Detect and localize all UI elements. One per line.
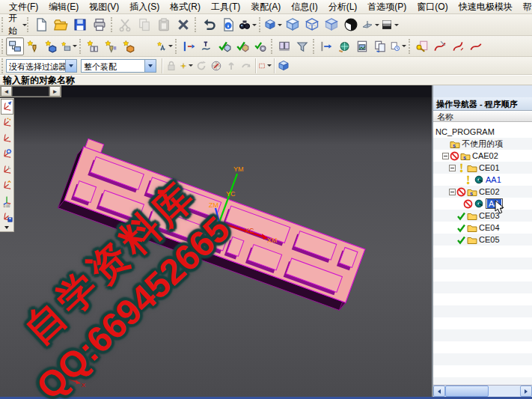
new-file-button[interactable] xyxy=(31,15,51,34)
snap-point-button[interactable] xyxy=(179,58,194,73)
tree-expand-toggle[interactable] xyxy=(442,153,449,159)
find-button[interactable] xyxy=(238,15,257,34)
tree-row-aa1[interactable]: AA1 xyxy=(433,174,532,186)
wcs-orient-button[interactable] xyxy=(1,162,13,177)
machine-tool-view-button[interactable] xyxy=(42,37,60,55)
menu-item-12[interactable]: 帮助(H) xyxy=(518,0,532,14)
navigator-scroll-thumb[interactable] xyxy=(445,386,489,397)
program-order-view-button[interactable] xyxy=(24,37,42,55)
toolbar-grip[interactable] xyxy=(175,39,177,54)
selection-scope-select[interactable]: 整个装配 xyxy=(81,59,156,73)
copy-doc-button[interactable] xyxy=(371,37,389,55)
toolpath-ruler-button[interactable] xyxy=(317,37,335,55)
tree-expand-toggle[interactable] xyxy=(449,189,456,195)
menu-item-5[interactable]: 工具(T) xyxy=(206,0,245,14)
open-file-button[interactable] xyxy=(51,15,70,34)
dropdown-caret[interactable] xyxy=(252,24,257,26)
toolbar-grip[interactable] xyxy=(27,17,29,32)
create-tool-button[interactable] xyxy=(102,37,120,55)
extend-curve-button[interactable] xyxy=(467,37,485,55)
wcs-triad-button[interactable] xyxy=(1,130,13,146)
menu-item-9[interactable]: 首选项(P) xyxy=(362,0,412,14)
dropdown-caret[interactable] xyxy=(267,64,272,67)
create-method-button[interactable] xyxy=(138,37,156,55)
copy-button[interactable] xyxy=(135,15,154,34)
list-toolpath-button[interactable] xyxy=(275,37,293,55)
trim-curve-button[interactable] xyxy=(431,37,449,55)
tree-row-ce05[interactable]: CE05 xyxy=(433,234,532,246)
tree-row-ce04[interactable]: CE04 xyxy=(433,222,532,234)
postprocess-button[interactable] xyxy=(293,37,311,55)
wcs-rotate-button[interactable] xyxy=(1,146,13,162)
info-window-button[interactable] xyxy=(218,15,238,34)
navigator-scroll-right-button[interactable] xyxy=(520,386,532,397)
menu-item-8[interactable]: 分析(L) xyxy=(323,0,363,14)
refresh-view-button[interactable] xyxy=(194,58,209,73)
menu-item-2[interactable]: 视图(V) xyxy=(84,0,124,14)
menu-item-3[interactable]: 插入(S) xyxy=(124,0,165,14)
create-program-button[interactable] xyxy=(84,37,102,55)
navigator-scroll-left-button[interactable] xyxy=(433,386,445,397)
dropdown-caret[interactable] xyxy=(375,24,379,26)
mini-scrollbar[interactable]: ◄ ► xyxy=(0,85,61,97)
dropdown-caret[interactable] xyxy=(73,45,77,47)
key-doc-button[interactable] xyxy=(413,37,431,55)
toolbar-grip[interactable] xyxy=(1,39,4,54)
menu-item-11[interactable]: 快速电极模块 xyxy=(453,0,518,14)
mini-scroll-left-button[interactable]: ◄ xyxy=(1,86,12,97)
wcs-dynamics-button[interactable] xyxy=(1,99,13,115)
wcs-save-button[interactable] xyxy=(1,209,13,225)
geometry-view-button[interactable] xyxy=(60,37,78,55)
verify-toolpath-button[interactable] xyxy=(215,37,233,55)
wireframe-view-button[interactable] xyxy=(302,15,322,34)
navigator-column-header[interactable]: 名称 xyxy=(433,111,532,122)
graphics-viewport[interactable]: YM YC ZM XC XM + X xyxy=(0,97,432,397)
toolbar-grip[interactable] xyxy=(409,39,411,54)
save-button[interactable] xyxy=(70,15,90,34)
tree-expand-toggle[interactable] xyxy=(449,165,456,171)
selection-filter-select-arrow[interactable] xyxy=(65,60,76,72)
create-geometry-button[interactable] xyxy=(120,37,138,55)
fit-view-button[interactable] xyxy=(209,58,224,73)
pan-view-button[interactable] xyxy=(224,58,239,73)
menu-item-1[interactable]: 编辑(E) xyxy=(43,0,84,14)
dropdown-caret[interactable] xyxy=(402,45,406,47)
sidebar-overflow-arrow[interactable] xyxy=(4,226,9,229)
selection-scope-select-arrow[interactable] xyxy=(144,60,156,72)
tree-row--[interactable]: s不使用的项 xyxy=(433,138,532,150)
operation-navigator-button[interactable] xyxy=(6,37,24,55)
show-shaded-button[interactable] xyxy=(276,58,291,73)
tree-row-ce01[interactable]: CE01 xyxy=(433,162,532,174)
cut-button[interactable] xyxy=(115,15,135,34)
paste-button[interactable] xyxy=(154,15,174,34)
shop-doc-button[interactable] xyxy=(353,37,371,55)
navigator-hscrollbar[interactable] xyxy=(433,385,532,397)
dropdown-caret[interactable] xyxy=(278,24,282,26)
zoom-view-button[interactable] xyxy=(239,58,254,73)
mini-scroll-right-button[interactable]: ► xyxy=(49,86,61,97)
dropdown-caret[interactable] xyxy=(189,64,193,67)
undo-button[interactable] xyxy=(199,15,218,34)
shaded-edges-view-button[interactable] xyxy=(283,15,302,34)
toolbar-grip[interactable] xyxy=(195,17,197,32)
parallel-generate-button[interactable] xyxy=(198,37,215,55)
start-button[interactable]: 开始 xyxy=(6,15,25,34)
rename-edit-box[interactable]: AA xyxy=(486,198,503,209)
simulate-machine-button[interactable] xyxy=(233,37,251,55)
menu-item-6[interactable]: 装配(A) xyxy=(245,0,286,14)
translucent-view-button[interactable] xyxy=(322,15,341,34)
toolbar-grip[interactable] xyxy=(271,39,273,54)
selection-filter-select[interactable]: 没有选择过滤器 xyxy=(6,59,77,73)
tree-row-aa[interactable]: AA xyxy=(433,198,532,210)
generate-toolpath-button[interactable] xyxy=(180,37,198,55)
tree-row-ce02[interactable]: sCE02 xyxy=(433,186,532,198)
toolbar-grip[interactable] xyxy=(1,58,4,73)
menu-item-10[interactable]: 窗口(O) xyxy=(412,0,453,14)
background-gradient-button[interactable] xyxy=(380,15,400,34)
dropdown-caret[interactable] xyxy=(394,24,399,26)
menu-item-4[interactable]: 格式(R) xyxy=(165,0,206,14)
rectangle-select-button[interactable] xyxy=(257,58,272,73)
delete-button[interactable] xyxy=(174,15,193,34)
toolbar-grip[interactable] xyxy=(111,17,113,32)
toolbar-grip[interactable] xyxy=(259,17,261,32)
